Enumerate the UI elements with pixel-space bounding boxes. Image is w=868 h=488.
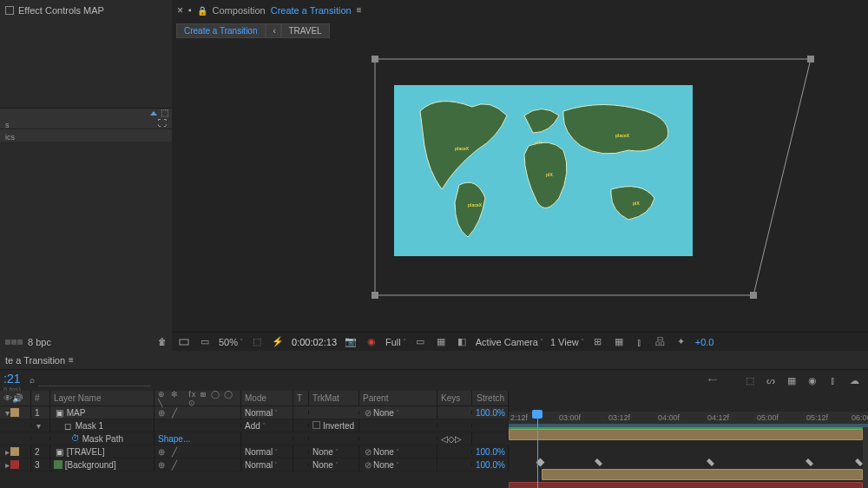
panel-menu-icon[interactable]: ≡ xyxy=(69,356,74,365)
playhead-handle-icon[interactable] xyxy=(532,410,542,419)
flowchart-icon[interactable]: 品 xyxy=(654,335,667,349)
trash-icon[interactable]: 🗑 xyxy=(158,338,167,346)
breadcrumb-root[interactable]: Create a Transition xyxy=(176,23,266,38)
comp-mini-flowchart-icon[interactable]: ⬳ xyxy=(705,373,719,387)
mask-mode-dropdown[interactable]: Add˅ xyxy=(245,421,266,431)
exposure-value[interactable]: +0.0 xyxy=(695,337,714,347)
stopwatch-icon[interactable]: ⏱ xyxy=(71,434,80,443)
layer-row[interactable]: ▸ 3 [Background] ⊕ ╱ Normal˅ None˅ ⊘None… xyxy=(0,458,509,472)
resolution-down-icon[interactable]: ⬚ xyxy=(250,335,264,349)
time-ruler[interactable]: 2:12f 03:00f 03:12f 04:00f 04:12f 05:00f… xyxy=(509,412,868,427)
keyframe-ease-icon[interactable] xyxy=(595,458,602,466)
fast-previews-icon[interactable]: ▦ xyxy=(612,335,626,349)
views-dropdown[interactable]: 1 View˅ xyxy=(550,337,584,347)
roi-icon[interactable]: ▭ xyxy=(413,335,427,349)
mask-row[interactable]: ▾ ◻ Mask 1 Add˅ Inverted xyxy=(0,419,509,432)
twirl-icon[interactable]: ▸ xyxy=(3,447,10,457)
playhead[interactable] xyxy=(537,412,538,488)
show-channel-icon[interactable]: ◉ xyxy=(365,335,378,349)
parent-dropdown[interactable]: None˅ xyxy=(373,460,399,470)
col-number-header[interactable]: # xyxy=(31,391,50,406)
lock-icon[interactable]: 🔒 xyxy=(197,6,207,16)
search-input[interactable] xyxy=(38,375,151,386)
parent-dropdown[interactable]: None˅ xyxy=(373,408,399,418)
camera-dropdown[interactable]: Active Camera˅ xyxy=(476,337,543,347)
transform-handle[interactable] xyxy=(372,56,378,63)
frame-blend-icon[interactable]: ▦ xyxy=(785,373,799,387)
timeline-graph-area[interactable]: 2:12f 03:00f 03:12f 04:00f 04:12f 05:00f… xyxy=(509,412,868,472)
label-color-chip[interactable] xyxy=(10,447,19,456)
graph-editor-icon[interactable]: ⫿ xyxy=(826,373,840,387)
layer-name[interactable]: MAP xyxy=(67,408,86,418)
twirl-icon[interactable]: ▾ xyxy=(35,421,42,431)
hide-shy-icon[interactable]: ᔕ xyxy=(764,373,778,387)
panel-menu-icon[interactable]: ≡ xyxy=(357,6,362,15)
fast-preview-icon[interactable]: ⚡ xyxy=(271,335,285,349)
layer-bar-travel[interactable] xyxy=(542,469,863,480)
breadcrumb-item[interactable]: TRAVEL xyxy=(281,23,330,38)
trkmat-dropdown[interactable]: None˅ xyxy=(312,447,339,457)
col-switches-header[interactable]: ⊕ ✻ ╲ fx 🗉 ◯ ◯ ⊙ xyxy=(155,391,241,406)
twirl-icon[interactable]: ▾ xyxy=(3,408,10,418)
draft3d-icon[interactable]: ⬚ xyxy=(743,373,757,387)
composition-name[interactable]: Create a Transition xyxy=(271,5,352,16)
resolution-dropdown[interactable]: Full˅ xyxy=(385,337,406,347)
fx-menu-icon[interactable]: ⛶ xyxy=(158,119,167,128)
always-preview-icon[interactable] xyxy=(177,335,191,349)
mode-dropdown[interactable]: Normal˅ xyxy=(245,447,278,457)
zoom-dropdown[interactable]: 50%˅ xyxy=(219,337,243,347)
transform-handle[interactable] xyxy=(750,292,757,299)
stretch-value[interactable]: 100.0% xyxy=(472,445,509,458)
inverted-checkbox[interactable]: Inverted xyxy=(312,421,354,431)
layer-row[interactable]: ▸ 2 ▣ [TRAVEL] ⊕ ╱ Normal˅ None˅ ⊘None˅ … xyxy=(0,445,509,458)
pickwhip-icon[interactable]: ⊘ xyxy=(363,447,373,457)
snapshot-icon[interactable]: 📷 xyxy=(344,335,358,349)
property-row[interactable]: ⏱ Mask Path Shape... ◁◇▷ xyxy=(0,432,509,445)
transform-handle[interactable] xyxy=(807,56,814,63)
effect-item[interactable]: s ⛶ xyxy=(0,117,172,129)
stretch-value[interactable]: 100.0% xyxy=(472,406,509,419)
col-parent-header[interactable]: Parent xyxy=(359,391,437,406)
brain-cache-icon[interactable]: ☁ xyxy=(847,373,861,387)
col-mode-header[interactable]: Mode xyxy=(241,391,293,406)
keyframe-navigator[interactable]: ◁◇▷ xyxy=(437,432,472,445)
mode-dropdown[interactable]: Normal˅ xyxy=(245,460,278,470)
parent-dropdown[interactable]: None˅ xyxy=(373,447,399,457)
layer-name[interactable]: [Background] xyxy=(65,460,116,470)
layer-bar-background[interactable] xyxy=(509,482,863,488)
mask-name[interactable]: Mask 1 xyxy=(76,421,103,431)
label-color-chip[interactable] xyxy=(10,408,19,417)
keyframe-ease-icon[interactable] xyxy=(855,458,863,466)
layer-name[interactable]: [TRAVEL] xyxy=(67,447,105,457)
effect-item[interactable]: ics xyxy=(0,129,172,142)
stretch-value[interactable]: 100.0% xyxy=(472,458,509,472)
grid-guides-icon[interactable]: ▦ xyxy=(434,335,448,349)
keyframe-ease-icon[interactable] xyxy=(707,458,714,466)
mask-visibility-icon[interactable]: ◧ xyxy=(455,335,469,349)
col-stretch-header[interactable]: Stretch xyxy=(472,391,509,406)
panel-expand-icon[interactable] xyxy=(150,111,157,115)
timeline-tab[interactable]: te a Transition xyxy=(5,355,65,366)
motion-blur-icon[interactable]: ◉ xyxy=(806,373,819,387)
col-keys-header[interactable]: Keys xyxy=(437,391,472,406)
shape-value-link[interactable]: Shape... xyxy=(155,432,241,445)
col-t-header[interactable]: T xyxy=(293,391,309,406)
vertical-scrollbar[interactable] xyxy=(863,427,868,488)
layer-row[interactable]: ▾ 1 ▣ MAP ⊕ ╱ Normal˅ ⊘None˅ 100.0% xyxy=(0,406,509,419)
current-time-display[interactable]: :21 6 fps) xyxy=(0,370,26,391)
composition-viewer[interactable]: placeX placeX plX plX placeX plX xyxy=(172,40,868,332)
magnification-icon[interactable]: ▭ xyxy=(198,335,212,349)
pixel-aspect-icon[interactable]: ⊞ xyxy=(591,335,605,349)
exposure-reset-icon[interactable]: ✦ xyxy=(674,335,688,349)
col-av-features[interactable]: 👁 🔊 xyxy=(0,391,31,406)
twirl-icon[interactable]: ▸ xyxy=(3,460,10,470)
timeline-icon[interactable]: ⫿ xyxy=(633,335,647,349)
keyframe-ease-icon[interactable] xyxy=(806,458,813,466)
panel-menu-icon[interactable]: ⬚ xyxy=(161,109,168,117)
trkmat-dropdown[interactable]: None˅ xyxy=(312,460,339,470)
col-trkmat-header[interactable]: TrkMat xyxy=(309,391,359,406)
pickwhip-icon[interactable]: ⊘ xyxy=(363,408,373,418)
transform-handle[interactable] xyxy=(372,292,378,299)
timecode-display[interactable]: 0:00:02:13 xyxy=(292,337,337,347)
bpc-button[interactable]: 8 bpc xyxy=(28,337,51,347)
